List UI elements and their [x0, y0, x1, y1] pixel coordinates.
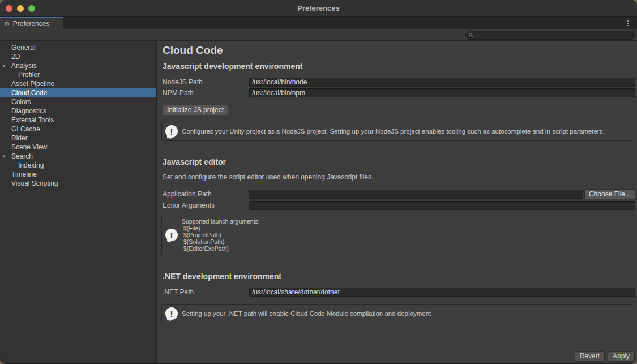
expander-triangle-icon[interactable]: ▾ [3, 153, 6, 159]
launch-arguments-text: Supported launch arguments: $(File) $(Pr… [182, 218, 260, 252]
expander-triangle-icon[interactable]: ▾ [3, 63, 6, 68]
info-exclamation-icon: ! [165, 125, 178, 138]
initialize-js-project-button[interactable]: Initialize JS project [163, 105, 228, 115]
editor-arguments-label: Editor Arguments [163, 202, 249, 209]
sidebar-item-profiler[interactable]: Profiler [0, 70, 156, 79]
minimize-button[interactable] [17, 5, 24, 12]
sidebar-item-diagnostics[interactable]: Diagnostics [0, 106, 156, 115]
tab-label: Preferences [13, 20, 50, 28]
launch-arguments-info-box: ! Supported launch arguments: $(File) $(… [161, 215, 634, 255]
nodejs-info-text: Configures your Unity project as a NodeJ… [182, 128, 605, 135]
kebab-menu-icon[interactable] [626, 19, 630, 27]
search-input[interactable] [476, 32, 635, 38]
sidebar-item-cloud-code[interactable]: Cloud Code [0, 88, 156, 97]
dotnet-path-label: .NET Path [163, 288, 249, 296]
dotnet-info-text: Setting up your .NET path will enable Cl… [182, 310, 431, 317]
editor-arguments-input[interactable] [249, 201, 635, 210]
sidebar-item-colors[interactable]: Colors [0, 97, 156, 106]
info-exclamation-icon: ! [165, 307, 178, 320]
dotnet-heading: .NET development environment [163, 272, 635, 281]
js-editor-description: Set and configure the script editor used… [163, 173, 635, 181]
npm-path-label: NPM Path [163, 89, 249, 97]
application-path-label: Application Path [163, 190, 249, 198]
launch-argument: $(File) [182, 225, 260, 232]
js-env-heading: Javascript development environment [163, 62, 635, 71]
sidebar-item-visual-scripting[interactable]: Visual Scripting [0, 179, 156, 188]
info-exclamation-icon: ! [165, 229, 178, 241]
tab-preferences[interactable]: ⚙ Preferences [0, 17, 63, 29]
sidebar-item-2d[interactable]: 2D [0, 52, 156, 61]
sidebar-item-external-tools[interactable]: External Tools [0, 115, 156, 125]
search-icon [469, 33, 474, 38]
launch-argument: $(ProjectPath) [182, 232, 260, 238]
sidebar-item-rider[interactable]: Rider [0, 134, 156, 143]
sidebar: General 2D ▾ Analysis Profiler Asset Pip… [0, 41, 157, 363]
sidebar-item-timeline[interactable]: Timeline [0, 170, 156, 179]
nodejs-info-box: ! Configures your Unity project as a Nod… [161, 122, 634, 141]
launch-argument: $(EditorExePath) [182, 245, 260, 252]
sidebar-item-gi-cache[interactable]: GI Cache [0, 125, 156, 134]
titlebar: Preferences [0, 0, 637, 17]
npm-path-input[interactable] [249, 88, 635, 97]
revert-button[interactable]: Revert [575, 351, 605, 362]
footer-buttons: Revert Apply [575, 351, 635, 362]
sidebar-item-indexing[interactable]: Indexing [0, 161, 156, 170]
close-button[interactable] [6, 5, 12, 12]
main-panel: Cloud Code Javascript development enviro… [157, 41, 637, 363]
choose-file-button[interactable]: Choose File... [584, 189, 635, 199]
window-title: Preferences [297, 4, 339, 12]
launch-arguments-title: Supported launch arguments: [182, 218, 260, 225]
traffic-lights [6, 5, 35, 12]
sidebar-item-general[interactable]: General [0, 43, 156, 52]
application-path-input[interactable] [249, 190, 583, 199]
preferences-window: Preferences ⚙ Preferences General 2D ▾ A… [0, 0, 637, 364]
apply-button[interactable]: Apply [608, 351, 635, 362]
search-box[interactable] [465, 31, 635, 40]
js-editor-heading: Javascript editor [163, 157, 635, 166]
dotnet-info-box: ! Setting up your .NET path will enable … [161, 304, 634, 323]
gear-icon: ⚙ [4, 20, 10, 27]
nodejs-path-label: NodeJS Path [163, 78, 249, 86]
sidebar-item-asset-pipeline[interactable]: Asset Pipeline [0, 79, 156, 88]
sidebar-item-analysis[interactable]: ▾ Analysis [0, 61, 156, 70]
nodejs-path-input[interactable] [249, 78, 635, 87]
launch-argument: $(SolutionPath) [182, 238, 260, 245]
zoom-button[interactable] [28, 5, 35, 12]
sidebar-item-scene-view[interactable]: Scene View [0, 143, 156, 152]
page-title: Cloud Code [163, 44, 635, 57]
sidebar-item-search[interactable]: ▾ Search [0, 152, 156, 161]
toolbar [0, 29, 637, 41]
dotnet-path-input[interactable] [249, 288, 635, 297]
tab-bar: ⚙ Preferences [0, 17, 637, 29]
